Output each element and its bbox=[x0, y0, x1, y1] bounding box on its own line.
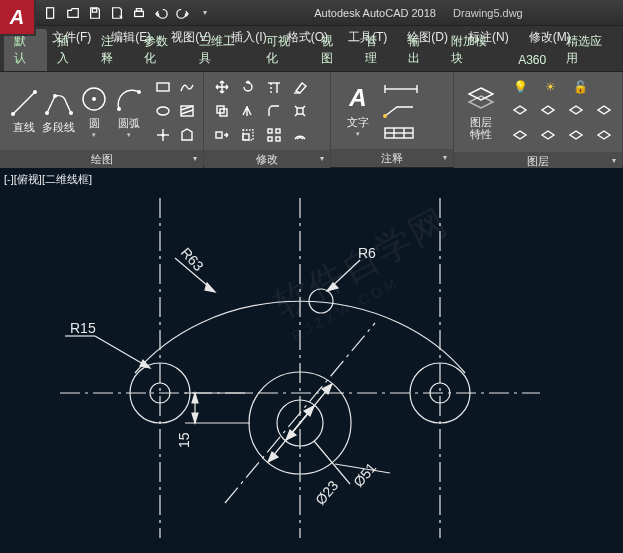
dim-d51: Ø51 bbox=[350, 459, 379, 490]
layer-iso-icon[interactable] bbox=[508, 101, 532, 123]
tab-featured[interactable]: 精选应用 bbox=[556, 29, 623, 71]
copy-icon[interactable] bbox=[210, 100, 234, 122]
text-button[interactable]: A 文字 ▾ bbox=[337, 83, 379, 138]
panel-draw-title[interactable]: 绘图 bbox=[0, 150, 203, 168]
polyline-label: 多段线 bbox=[42, 120, 75, 135]
array-icon[interactable] bbox=[262, 124, 286, 146]
ellipse-icon[interactable] bbox=[151, 100, 175, 122]
fillet-icon[interactable] bbox=[262, 100, 286, 122]
panel-annotate: A 文字 ▾ 注释 bbox=[331, 72, 454, 167]
table-icon[interactable] bbox=[383, 124, 423, 142]
arc-icon bbox=[114, 84, 144, 114]
spline-icon[interactable] bbox=[175, 76, 199, 98]
chevron-down-icon: ▾ bbox=[356, 130, 360, 138]
layer-props-label: 图层 特性 bbox=[470, 116, 492, 140]
tab-output[interactable]: 输出 bbox=[398, 29, 441, 71]
doc-name: Drawing5.dwg bbox=[453, 7, 523, 19]
dim-r6: R6 bbox=[358, 245, 376, 261]
hatch-icon[interactable] bbox=[175, 100, 199, 122]
layer-properties-button[interactable]: 图层 特性 bbox=[460, 84, 502, 140]
line-label: 直线 bbox=[13, 120, 35, 135]
svg-rect-35 bbox=[243, 130, 253, 140]
circle-icon bbox=[79, 84, 109, 114]
layer-state-icon[interactable] bbox=[564, 126, 588, 148]
layer-merge-icon[interactable] bbox=[592, 126, 616, 148]
undo-icon[interactable] bbox=[152, 4, 170, 22]
svg-point-9 bbox=[69, 111, 73, 115]
arc-label: 圆弧 bbox=[118, 116, 140, 131]
svg-rect-2 bbox=[135, 11, 144, 16]
layer-freeze-icon[interactable]: ☀ bbox=[538, 76, 562, 98]
new-icon[interactable] bbox=[42, 4, 60, 22]
tab-visualize[interactable]: 可视化 bbox=[256, 29, 311, 71]
move-icon[interactable] bbox=[210, 76, 234, 98]
tab-annotate[interactable]: 注释 bbox=[91, 29, 134, 71]
svg-rect-36 bbox=[268, 129, 272, 133]
svg-line-18 bbox=[181, 110, 193, 114]
line-button[interactable]: 直线 bbox=[6, 88, 41, 135]
tab-view[interactable]: 视图 bbox=[311, 29, 354, 71]
stretch-icon[interactable] bbox=[210, 124, 234, 146]
leader-icon[interactable] bbox=[383, 102, 423, 120]
layers-icon bbox=[466, 84, 496, 114]
scale-icon[interactable] bbox=[236, 124, 260, 146]
rotate-icon[interactable] bbox=[236, 76, 260, 98]
svg-point-13 bbox=[137, 90, 141, 94]
text-label: 文字 bbox=[347, 115, 369, 130]
svg-rect-1 bbox=[92, 8, 96, 12]
arc-button[interactable]: 圆弧 ▾ bbox=[112, 84, 147, 139]
polyline-button[interactable]: 多段线 bbox=[41, 88, 76, 135]
dim-15: 15 bbox=[176, 432, 192, 448]
layer-off-icon[interactable] bbox=[536, 101, 560, 123]
open-icon[interactable] bbox=[64, 4, 82, 22]
plot-icon[interactable] bbox=[130, 4, 148, 22]
svg-point-5 bbox=[11, 112, 15, 116]
title-bar: ▾ Autodesk AutoCAD 2018 Drawing5.dwg bbox=[0, 0, 623, 26]
svg-rect-0 bbox=[47, 7, 54, 18]
explode-icon[interactable] bbox=[288, 100, 312, 122]
svg-point-7 bbox=[45, 111, 49, 115]
qat-dropdown-icon[interactable]: ▾ bbox=[196, 4, 214, 22]
panel-annotate-title[interactable]: 注释 bbox=[331, 149, 453, 167]
layer-make-icon[interactable] bbox=[564, 101, 588, 123]
svg-line-32 bbox=[303, 114, 305, 116]
layer-walk-icon[interactable] bbox=[536, 126, 560, 148]
offset-icon[interactable] bbox=[288, 124, 312, 146]
app-name: Autodesk AutoCAD 2018 bbox=[314, 7, 436, 19]
panel-draw: 直线 多段线 圆 ▾ 圆弧 ▾ bbox=[0, 72, 204, 167]
tab-a360[interactable]: A360 bbox=[508, 49, 556, 71]
tab-manage[interactable]: 管理 bbox=[355, 29, 398, 71]
svg-line-4 bbox=[13, 92, 35, 114]
circle-button[interactable]: 圆 ▾ bbox=[77, 84, 112, 139]
layer-lock-icon[interactable]: 🔓 bbox=[568, 76, 592, 98]
tab-insert[interactable]: 插入 bbox=[47, 29, 90, 71]
dim-linear-icon[interactable] bbox=[383, 80, 423, 98]
svg-point-15 bbox=[157, 107, 169, 115]
chevron-down-icon: ▾ bbox=[127, 131, 131, 139]
mirror-icon[interactable] bbox=[236, 100, 260, 122]
tab-param[interactable]: 参数化 bbox=[134, 29, 189, 71]
line-icon bbox=[9, 88, 39, 118]
app-logo[interactable]: A bbox=[0, 0, 36, 36]
trim-icon[interactable] bbox=[262, 76, 286, 98]
svg-point-43 bbox=[383, 114, 387, 118]
ribbon: 直线 多段线 圆 ▾ 圆弧 ▾ bbox=[0, 72, 623, 168]
svg-rect-37 bbox=[276, 129, 280, 133]
save-icon[interactable] bbox=[86, 4, 104, 22]
layer-match-icon[interactable] bbox=[592, 101, 616, 123]
svg-rect-28 bbox=[297, 108, 303, 114]
rectangle-icon[interactable] bbox=[151, 76, 175, 98]
drawing-canvas[interactable]: [-][俯视][二维线框] 软件自学网 RJZXW.COM bbox=[0, 168, 623, 553]
chevron-down-icon: ▾ bbox=[92, 131, 96, 139]
saveas-icon[interactable] bbox=[108, 4, 126, 22]
tab-addon[interactable]: 附加模块 bbox=[441, 29, 508, 71]
tab-3dtools[interactable]: 三维工具 bbox=[189, 29, 256, 71]
redo-icon[interactable] bbox=[174, 4, 192, 22]
layer-on-icon[interactable]: 💡 bbox=[508, 76, 532, 98]
panel-modify-title[interactable]: 修改 bbox=[204, 150, 330, 168]
region-icon[interactable] bbox=[175, 124, 199, 146]
point-icon[interactable] bbox=[151, 124, 175, 146]
svg-line-29 bbox=[295, 106, 297, 108]
erase-icon[interactable] bbox=[288, 76, 312, 98]
layer-prev-icon[interactable] bbox=[508, 126, 532, 148]
